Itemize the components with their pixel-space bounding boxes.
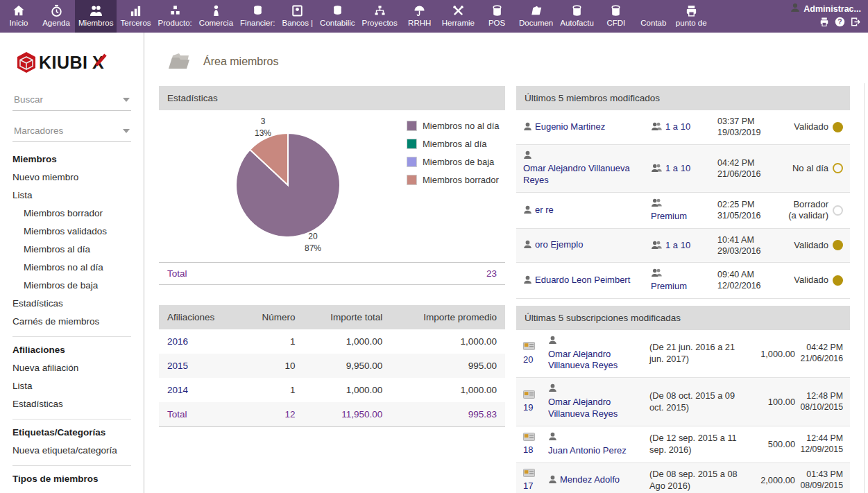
member-type-link[interactable]: 1 a 10	[665, 121, 690, 132]
member-modified-datetime: 02:25 PM31/05/2016	[717, 199, 785, 222]
member-modified-datetime: 10:41 AM29/03/2016	[717, 234, 785, 257]
bookmarks-select[interactable]: Marcadores	[12, 121, 131, 142]
subscription-id-link[interactable]: 18	[523, 444, 533, 455]
member-group-icon	[651, 122, 663, 131]
subscription-id-link[interactable]: 19	[523, 402, 533, 413]
coins-icon	[251, 3, 264, 18]
member-name-link[interactable]: er re	[535, 205, 554, 215]
member-type-link[interactable]: 1 a 10	[665, 240, 690, 250]
subscription-member-cell: Juan Antonio Perez	[548, 432, 645, 457]
printer-icon[interactable]	[819, 17, 830, 27]
nav-item-herramie[interactable]: Herramie	[439, 0, 478, 33]
person-icon	[523, 205, 532, 214]
search-select[interactable]: Buscar	[12, 89, 131, 111]
sidebar-item-lista[interactable]: Lista	[12, 377, 131, 395]
subscription-row: 18 Juan Antonio Perez (De 12 sep. 2015 a…	[516, 426, 850, 463]
member-name-link[interactable]: Eduardo Leon Peimbert	[535, 275, 630, 285]
affiliation-year-link[interactable]: 2016	[167, 336, 188, 347]
sidebar-item-miembros-borrador[interactable]: Miembros borrador	[12, 204, 131, 222]
sidebar-item-miembros-de-baja[interactable]: Miembros de baja	[12, 276, 131, 294]
sidebar-item-nueva-etiqueta-categoria[interactable]: Nueva etiqueta/categoría	[12, 441, 131, 459]
subscription-member-link[interactable]: Omar Alejandro Villanueva Reyes	[548, 349, 618, 371]
nav-item-contabilic[interactable]: Contabilic	[316, 0, 359, 33]
subscription-member-link[interactable]: Mendez Adolfo	[560, 474, 620, 485]
last-subscriptions-panel-header: Últimas 5 subscripciones modificadas	[516, 306, 850, 330]
member-name-link[interactable]: Omar Alejandro Villanueva Reyes	[523, 163, 630, 185]
scrollbar-track[interactable]	[864, 83, 865, 493]
sidebar-item-lista[interactable]: Lista	[12, 186, 131, 204]
nav-item-agenda[interactable]: Agenda	[37, 0, 75, 33]
sidebar-item-nuevo-tipo-de-miembro[interactable]: Nuevo tipo de miembro	[12, 487, 131, 493]
affiliation-year-link[interactable]: 2014	[167, 385, 188, 395]
subscription-modified-datetime: 04:42 PM21/06/2016	[799, 343, 843, 365]
help-icon[interactable]: ?	[835, 17, 845, 27]
member-type-cell: 1 a 10	[651, 121, 715, 132]
subscription-row: 20 Omar Alejandro Villanueva Reyes (De 2…	[516, 330, 850, 379]
member-type-cell: Premium	[651, 268, 715, 293]
nav-item-producto[interactable]: Producto:	[155, 0, 196, 33]
sidebar-section-tipos-de-miembros[interactable]: Tipos de miembros	[12, 469, 131, 487]
sidebar-section-miembros[interactable]: Miembros	[12, 149, 131, 168]
nav-item-financier[interactable]: Financier:	[237, 0, 279, 33]
person-icon	[523, 240, 532, 249]
logout-icon[interactable]	[850, 17, 861, 27]
person-icon	[548, 432, 643, 444]
member-type-link[interactable]: Premium	[651, 211, 687, 221]
nav-item-cfdi[interactable]: CFDI	[597, 0, 635, 33]
sidebar-section-afiliaciones[interactable]: Afiliaciones	[12, 340, 131, 358]
member-name-link[interactable]: Eugenio Martinez	[535, 121, 605, 132]
user-menu[interactable]: Administrac...	[790, 3, 861, 15]
nav-item-terceros[interactable]: Terceros	[117, 0, 154, 33]
sidebar-item-miembros-al-dia[interactable]: Miembros al día	[12, 240, 131, 258]
nav-item-bancos[interactable]: Bancos |	[279, 0, 317, 33]
nav-item-comercia[interactable]: Comercia	[196, 0, 237, 33]
chart-legend: Miembros no al día Miembros al día Miemb…	[407, 121, 500, 193]
nav-item-documen[interactable]: Documen	[516, 0, 556, 33]
home-icon	[12, 3, 26, 18]
nav-item-contab[interactable]: Contab	[635, 0, 672, 33]
statistics-total-row: Total 23	[159, 262, 505, 285]
member-type-link[interactable]: 1 a 10	[665, 163, 690, 173]
subscription-amount: 500.00	[752, 439, 795, 449]
orgchart-icon	[373, 3, 386, 18]
nav-item-inicio[interactable]: Inicio	[0, 0, 37, 33]
sidebar-item-estadisticas[interactable]: Estadísticas	[12, 294, 131, 312]
nav-item-proyectos[interactable]: Proyectos	[359, 0, 401, 33]
nav-item-punto-de[interactable]: punto de	[672, 0, 710, 33]
subscription-id-link[interactable]: 17	[523, 481, 533, 491]
member-type-link[interactable]: Premium	[651, 281, 687, 291]
subscription-modified-datetime: 01:43 PM08/09/2015	[799, 469, 843, 492]
subscription-amount: 2,000.00	[752, 475, 795, 485]
subscription-member-link[interactable]: Omar Alejandro Villanueva Reyes	[548, 397, 618, 419]
affiliation-year-link[interactable]: 2015	[167, 361, 188, 371]
sidebar-item-estadisticas[interactable]: Estadísticas	[12, 395, 131, 413]
sidebar-item-nueva-afiliacion[interactable]: Nueva afiliación	[12, 358, 131, 377]
legend-item: Miembros no al día	[407, 121, 500, 131]
subscription-member-link[interactable]: Juan Antonio Perez	[548, 445, 627, 456]
sidebar-section-etiquetas-categorias[interactable]: Etiquetas/Categorías	[12, 422, 131, 441]
member-status-text: Validado	[794, 121, 828, 132]
kiubix-logo[interactable]: KIUBI X	[17, 51, 128, 76]
member-status-cell: Validado	[788, 240, 843, 251]
subscription-date-range: (De 08 sep. 2015 a 08 Ago 2016)	[649, 469, 748, 492]
subscription-member-cell: Omar Alejandro Villanueva Reyes	[548, 383, 645, 420]
cubes-icon	[169, 3, 182, 18]
nav-item-rrhh[interactable]: RRHH	[401, 0, 439, 33]
nav-item-pos[interactable]: POS	[478, 0, 516, 33]
nav-item-autofactu[interactable]: Autofactu	[556, 0, 597, 33]
affiliations-total-row: Total1211,950.00995.83	[159, 402, 505, 427]
subscription-id-cell: 17	[523, 469, 544, 492]
sidebar-item-miembros-no-al-dia[interactable]: Miembros no al día	[12, 258, 131, 276]
box-coin-icon	[291, 3, 304, 18]
nav-item-miembros[interactable]: Miembros	[75, 0, 117, 33]
sidebar-item-nuevo-miembro[interactable]: Nuevo miembro	[12, 168, 131, 186]
subscription-id-link[interactable]: 20	[523, 354, 533, 365]
member-row: Eduardo Leon Peimbert Premium 09:40 AM12…	[516, 263, 850, 299]
subscription-modified-datetime: 12:44 PM12/09/2015	[799, 433, 843, 456]
cylinder-icon	[491, 3, 504, 18]
sidebar-item-miembros-validados[interactable]: Miembros validados	[12, 222, 131, 240]
member-name-link[interactable]: oro Ejemplo	[535, 239, 583, 250]
member-status-cell: Borrador (a validar)	[788, 199, 843, 222]
affiliations-header-importe-total: Importe total	[304, 305, 391, 329]
sidebar-item-carnes-de-miembros[interactable]: Carnés de miembros	[12, 312, 131, 330]
